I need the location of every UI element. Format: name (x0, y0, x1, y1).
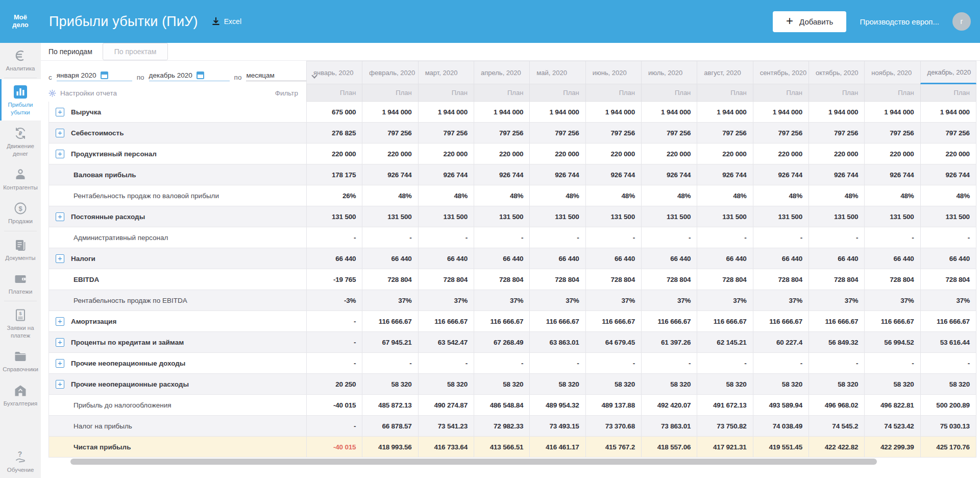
logo-line1: Моё (0, 14, 41, 21)
value-cell: 926 744 (529, 164, 585, 185)
value-cell: - (529, 353, 585, 373)
value-cell: 728 804 (474, 269, 529, 290)
value-cell: 60 227.4 (753, 332, 808, 352)
sidebar-item-analytics[interactable]: Аналитика (0, 43, 41, 77)
filter-button[interactable]: Фильтр (275, 89, 298, 97)
value-cell: 728 804 (418, 269, 474, 290)
value-cell: 416 733.64 (418, 437, 474, 457)
value-cell: - (306, 227, 362, 248)
value-cell: 66 440 (641, 248, 697, 269)
pnl-report-table: с января 2020 по декабрь 2020 по месяцам (48, 61, 976, 465)
expand-row-button[interactable]: + (56, 317, 64, 326)
value-cell: 48% (808, 185, 864, 206)
sidebar-item-accounting[interactable]: Бухгалтерия (0, 378, 41, 412)
value-cell: 56 849.32 (808, 332, 864, 352)
table-row: +Себестоимость276 825797 256797 256797 2… (49, 123, 976, 144)
sidebar-item-payments[interactable]: Платежи (0, 266, 41, 300)
sidebar-item-profit-loss[interactable]: Прибыли убытки (0, 79, 41, 121)
value-cell: 131 500 (697, 206, 752, 227)
expand-row-button[interactable]: + (56, 254, 64, 263)
value-cell: 66 440 (753, 248, 808, 269)
value-cell: 489 137.88 (585, 395, 641, 415)
tab-by-periods[interactable]: По периодам (48, 47, 92, 56)
value-cell: 797 256 (418, 123, 474, 143)
app-logo[interactable]: Моё дело (0, 14, 41, 29)
value-cell: 1 944 000 (920, 102, 976, 122)
value-cell: -3% (306, 290, 362, 310)
value-cell: 178 175 (306, 164, 362, 185)
value-cell: 131 500 (920, 206, 976, 227)
expand-row-button[interactable]: + (56, 212, 64, 221)
expand-row-button[interactable]: + (56, 338, 64, 347)
tab-by-projects[interactable]: По проектам (103, 43, 168, 60)
expand-row-button[interactable]: + (56, 129, 64, 137)
value-cell: 48% (697, 185, 752, 206)
value-cell: 66 440 (585, 248, 641, 269)
month-header-8[interactable]: август, 2020 (697, 61, 752, 84)
month-header-4[interactable]: апрель, 2020 (474, 61, 529, 84)
value-cell: 37% (808, 290, 864, 310)
month-header-2[interactable]: февраль, 2020 (362, 61, 418, 84)
plan-header-10: План (808, 84, 864, 102)
value-cell: 116 666.67 (753, 311, 808, 331)
value-cell: 58 320 (529, 374, 585, 394)
table-row: Административный персонал------------ (49, 227, 976, 248)
month-header-7[interactable]: июль, 2020 (641, 61, 697, 84)
logo-line2: дело (0, 21, 41, 29)
avatar[interactable]: г (952, 12, 971, 31)
table-row: +Выручка675 0001 944 0001 944 0001 944 0… (49, 102, 976, 123)
date-to-field[interactable]: декабрь 2020 (149, 71, 230, 81)
sidebar-item-directories[interactable]: Справочники (0, 344, 41, 377)
scrollbar-thumb[interactable] (70, 459, 877, 465)
plan-header-3: План (418, 84, 474, 102)
value-cell: 220 000 (418, 144, 474, 164)
month-header-9[interactable]: сентябрь, 2020 (753, 61, 808, 84)
sidebar-item-cash-flow[interactable]: ₽ Движение денег (0, 121, 41, 162)
sidebar-divider (4, 78, 37, 78)
month-header-3[interactable]: март, 2020 (418, 61, 474, 84)
table-row: +Налоги66 44066 44066 44066 44066 44066 … (49, 248, 976, 269)
value-cell: - (641, 227, 697, 248)
from-label: с (48, 74, 52, 81)
value-cell: 116 666.67 (641, 311, 697, 331)
excel-export-button[interactable]: Excel (211, 17, 241, 26)
month-header-6[interactable]: июнь, 2020 (585, 61, 641, 84)
horizontal-scrollbar[interactable] (56, 458, 976, 465)
value-cell: 58 320 (474, 374, 529, 394)
plan-header-5: План (529, 84, 585, 102)
row-label: +Продуктивный персонал (49, 144, 306, 164)
expand-row-button[interactable]: + (56, 380, 64, 389)
sidebar-item-payment-requests[interactable]: $ Заявки на платеж (0, 302, 41, 344)
add-button[interactable]: + Добавить (773, 11, 846, 32)
month-header-11[interactable]: ноябрь, 2020 (864, 61, 920, 84)
month-header-5[interactable]: май, 2020 (529, 61, 585, 84)
sidebar-item-documents[interactable]: Документы (0, 232, 41, 266)
month-header-10[interactable]: октябрь, 2020 (808, 61, 864, 84)
value-cell: - (529, 227, 585, 248)
sidebar-item-training[interactable]: ? Обучение (0, 444, 41, 478)
value-cell: 1 944 000 (362, 102, 418, 122)
value-cell: 220 000 (697, 144, 752, 164)
calendar-icon[interactable] (197, 71, 204, 79)
sidebar-item-sales[interactable]: $ Продажи (0, 196, 41, 229)
value-cell: 116 666.67 (864, 311, 920, 331)
row-label-text: Чистая прибыль (74, 443, 131, 451)
table-row: Чистая прибыль-40 015418 993.56416 733.6… (49, 437, 976, 458)
sidebar-item-label: Справочники (3, 366, 38, 372)
value-cell: 58 320 (641, 374, 697, 394)
expand-row-button[interactable]: + (56, 359, 64, 368)
sidebar-item-label: Аналитика (6, 65, 35, 71)
sidebar-item-counterparties[interactable]: Контрагенты (0, 162, 41, 196)
value-cell: 66 440 (697, 248, 752, 269)
sidebar-item-label: Платежи (9, 289, 33, 295)
expand-row-button[interactable]: + (56, 108, 64, 116)
month-header-12[interactable]: декабрь, 2020 (920, 61, 976, 84)
report-settings-button[interactable]: Настройки отчета (48, 89, 117, 97)
value-cell: - (753, 353, 808, 373)
company-name[interactable]: Производство европ... (860, 17, 939, 26)
expand-row-button[interactable]: + (56, 150, 64, 158)
payments-icon (13, 272, 28, 286)
value-cell: - (920, 227, 976, 248)
date-from-field[interactable]: января 2020 (57, 71, 132, 81)
calendar-icon[interactable] (101, 71, 108, 79)
